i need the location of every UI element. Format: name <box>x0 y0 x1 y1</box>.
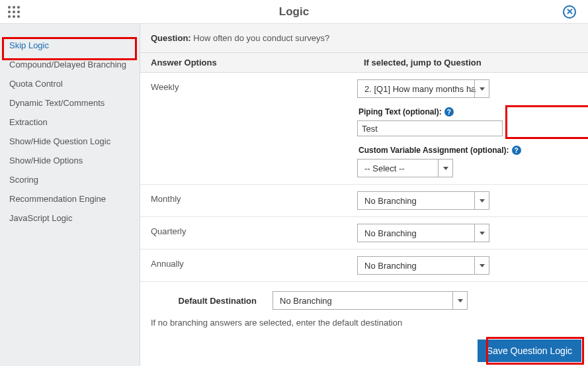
help-icon[interactable]: ? <box>444 107 454 116</box>
hint-text: If no branching answers are selected, en… <box>140 312 588 333</box>
table-header: Answer Options If selected, jump to Ques… <box>140 53 588 73</box>
answer-label-weekly: Weekly <box>140 79 357 177</box>
sidebar-item-javascript-logic[interactable]: JavaScript Logic <box>0 208 140 228</box>
sidebar-item-extraction[interactable]: Extraction <box>0 113 140 132</box>
default-destination-row: Default Destination No Branching <box>140 282 588 312</box>
answer-row-weekly: Weekly 2. [Q1] How many months ha Piping… <box>140 73 588 185</box>
weekly-jump-select[interactable]: 2. [Q1] How many months ha <box>357 79 489 98</box>
answer-label-quarterly: Quarterly <box>140 224 357 242</box>
monthly-jump-select[interactable]: No Branching <box>357 191 489 210</box>
main-panel: Question: How often do you conduct surve… <box>140 24 588 366</box>
default-destination-label: Default Destination <box>151 296 257 306</box>
question-text: How often do you conduct surveys? <box>193 33 329 43</box>
answer-row-monthly: Monthly No Branching <box>140 185 588 217</box>
sidebar: Skip Logic Compound/Delayed Branching Qu… <box>0 24 140 366</box>
answer-row-quarterly: Quarterly No Branching <box>140 217 588 250</box>
answer-label-annually: Annually <box>140 256 357 275</box>
page-title: Logic <box>279 5 309 19</box>
save-question-logic-button[interactable]: Save Question Logic <box>478 340 581 362</box>
piping-text-label: Piping Text (optional): ? <box>357 107 581 116</box>
piping-text-input[interactable]: Test <box>357 120 503 136</box>
close-icon[interactable]: ✕ <box>563 5 576 19</box>
sidebar-item-show-hide-options[interactable]: Show/Hide Options <box>0 151 140 170</box>
sidebar-item-quota-control[interactable]: Quota Control <box>0 74 140 93</box>
sidebar-item-scoring[interactable]: Scoring <box>0 170 140 189</box>
cva-select[interactable]: -- Select -- <box>357 159 453 177</box>
cva-label: Custom Variable Assignment (optional): ? <box>357 146 581 155</box>
footer: Save Question Logic <box>478 340 581 362</box>
annually-jump-select[interactable]: No Branching <box>357 256 489 275</box>
answer-row-annually: Annually No Branching <box>140 250 588 282</box>
header: Logic ✕ <box>0 0 588 24</box>
question-row: Question: How often do you conduct surve… <box>140 24 588 53</box>
cva-value: -- Select -- <box>364 163 405 173</box>
chevron-down-icon <box>474 192 489 209</box>
question-label: Question: <box>151 33 191 43</box>
chevron-down-icon <box>474 224 489 242</box>
sidebar-item-compound-branching[interactable]: Compound/Delayed Branching <box>0 55 140 74</box>
chevron-down-icon <box>452 292 467 309</box>
weekly-jump-value: 2. [Q1] How many months ha <box>364 84 476 94</box>
apps-grid-icon[interactable] <box>8 6 20 18</box>
chevron-down-icon <box>474 257 489 274</box>
answer-label-monthly: Monthly <box>140 191 357 210</box>
default-destination-select[interactable]: No Branching <box>273 291 468 310</box>
col-jump-to: If selected, jump to Question <box>357 53 588 72</box>
chevron-down-icon <box>438 160 452 177</box>
quarterly-jump-select[interactable]: No Branching <box>357 224 489 242</box>
help-icon[interactable]: ? <box>512 146 521 155</box>
chevron-down-icon <box>474 80 489 97</box>
col-answer-options: Answer Options <box>140 53 357 72</box>
sidebar-item-dynamic-text[interactable]: Dynamic Text/Comments <box>0 93 140 113</box>
sidebar-item-skip-logic[interactable]: Skip Logic <box>0 36 140 55</box>
sidebar-item-show-hide-question[interactable]: Show/Hide Question Logic <box>0 132 140 151</box>
sidebar-item-recommendation-engine[interactable]: Recommendation Engine <box>0 189 140 208</box>
